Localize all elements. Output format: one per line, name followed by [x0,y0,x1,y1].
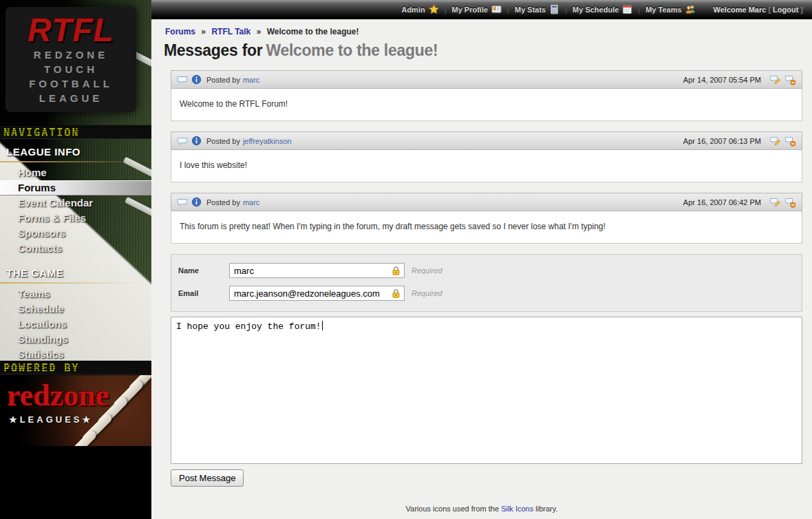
topbar-item-my-profile[interactable]: My Profile [452,4,502,14]
topbar-item-my-stats-label: My Stats [515,6,546,14]
rtfl-logo-line: LEAGUE [6,91,136,105]
required-hint: Required [412,289,442,297]
silk-icons-link[interactable]: Silk Icons [501,505,533,513]
star-icon [429,4,439,14]
author-link[interactable]: jeffreyatkinson [243,137,292,145]
page-title: Messages forWelcome to the league! [164,41,802,60]
rtfl-logo-line: FOOTBALL [6,76,136,91]
edit-comment-icon[interactable] [769,197,781,208]
rtfl-logo-line: TOUCH [6,62,136,76]
redzone-logo-subtext: ★LEAGUES★ [9,414,93,425]
message-post: Posted by jeffreyatkinson Apr 16, 2007 0… [171,131,802,182]
message-post: Posted by marc Apr 16, 2007 06:42 PM Thi… [171,193,802,244]
author-link[interactable]: marc [243,198,259,206]
breadcrumb-current: Welcome to the league! [267,27,359,36]
topbar: Admin | My Profile | My Stats | My Sched… [151,0,812,19]
page-title-prefix: Messages for [164,41,262,59]
lock-icon [391,288,401,299]
breadcrumb-link-forums[interactable]: Forums [165,27,195,36]
posted-by-label: Posted by [206,198,240,206]
text-caret [322,321,323,330]
comment-icon [177,197,188,208]
sidebar-item-locations[interactable]: Locations [0,317,151,332]
post-date: Apr 16, 2007 06:13 PM [683,137,761,145]
separator: | [507,6,509,14]
email-field-row: Email Required [178,286,795,301]
sidebar-section-league-info: LEAGUE INFO Home Forums Event Calendar F… [0,146,151,256]
topbar-item-my-profile-label: My Profile [452,6,489,14]
comment-icon [177,136,188,147]
message-textarea[interactable]: I hope you enjoy the forum! [171,317,802,464]
sidebar-item-forms-files[interactable]: Forms & Files [0,211,151,226]
rtfl-logo-line: REDZONE [6,47,136,62]
section-title-league-info: LEAGUE INFO [0,146,151,160]
reply-form: Name Required Email Required [171,254,802,312]
name-label: Name [178,266,229,275]
section-underline [0,282,151,284]
name-input[interactable] [229,263,405,278]
info-icon[interactable] [191,136,202,146]
sidebar-item-sponsors[interactable]: Sponsors [0,226,151,241]
logout-link[interactable]: Logout [773,6,798,14]
message-body: Welcome to the RTFL Forum! [171,89,802,121]
vcard-icon [491,4,502,14]
calendar-icon [622,4,632,14]
sidebar-item-event-calendar[interactable]: Event Calendar [0,195,151,211]
author-link[interactable]: marc [243,76,259,84]
message-body: This forum is pretty neat! When I'm typi… [171,211,802,244]
post-date: Apr 14, 2007 05:54 PM [683,76,761,84]
info-icon[interactable] [191,74,202,85]
sidebar-item-teams[interactable]: Teams [0,286,151,301]
sidebar-item-standings[interactable]: Standings [0,332,151,347]
topbar-item-my-teams[interactable]: My Teams [645,4,695,14]
sidebar-section-the-game: THE GAME Teams Schedule Locations Standi… [0,267,151,362]
topbar-item-admin-label: Admin [401,6,425,14]
logout-bracket: [ [768,6,771,14]
lock-icon [391,266,401,276]
topbar-item-my-teams-label: My Teams [645,6,681,14]
message-draft-text: I hope you enjoy the forum! [176,321,321,332]
post-message-button[interactable]: Post Message [171,469,244,487]
delete-comment-icon[interactable] [784,197,796,208]
name-input-wrap [229,263,405,278]
sidebar-item-home[interactable]: Home [0,165,151,180]
sidebar-item-forums[interactable]: Forums [0,180,151,195]
separator: | [445,6,447,14]
required-hint: Required [412,266,442,275]
email-label: Email [178,289,229,297]
forum-content: Forums » RTFL Talk » Welcome to the leag… [151,19,812,519]
redzone-logo-text[interactable]: redzone [7,381,109,411]
group-icon [685,4,696,14]
message-header: Posted by marc Apr 16, 2007 06:42 PM [171,193,802,211]
edit-comment-icon[interactable] [769,136,781,147]
sidebar: RTFL REDZONE TOUCH FOOTBALL LEAGUE NAVIG… [0,0,151,519]
comment-icon [177,74,188,85]
navigation-band-label: NAVIGATION [3,127,79,139]
sidebar-item-schedule[interactable]: Schedule [0,301,151,317]
email-input[interactable] [229,286,405,301]
logout-bracket: ] [800,6,803,14]
message-post: Posted by marc Apr 14, 2007 05:54 PM Wel… [171,70,802,121]
page-footer: Various icons used from the Silk Icons l… [151,505,812,519]
redzone-leagues-logo: redzone ★LEAGUES★ [0,375,151,446]
name-field-row: Name Required [178,263,795,278]
navigation-band: NAVIGATION [0,125,151,139]
footer-text: library. [533,505,557,513]
rtfl-logo[interactable]: RTFL REDZONE TOUCH FOOTBALL LEAGUE [6,7,136,112]
breadcrumb-link-rtfl-talk[interactable]: RTFL Talk [211,27,250,36]
sidebar-item-contacts[interactable]: Contacts [0,241,151,256]
delete-comment-icon[interactable] [784,136,796,147]
section-title-the-game: THE GAME [0,267,151,281]
sidebar-item-statistics[interactable]: Statistics [0,347,151,362]
separator: | [638,6,640,14]
topbar-item-admin[interactable]: Admin [401,4,438,14]
topbar-item-my-schedule[interactable]: My Schedule [573,4,632,14]
delete-comment-icon[interactable] [784,74,796,85]
posted-by-label: Posted by [206,137,240,145]
football-lace [65,429,98,446]
footer-text: Various icons used from the [406,505,502,513]
edit-comment-icon[interactable] [769,74,781,85]
breadcrumb-separator: » [257,27,261,36]
topbar-item-my-stats[interactable]: My Stats [515,4,559,14]
info-icon[interactable] [191,197,202,207]
